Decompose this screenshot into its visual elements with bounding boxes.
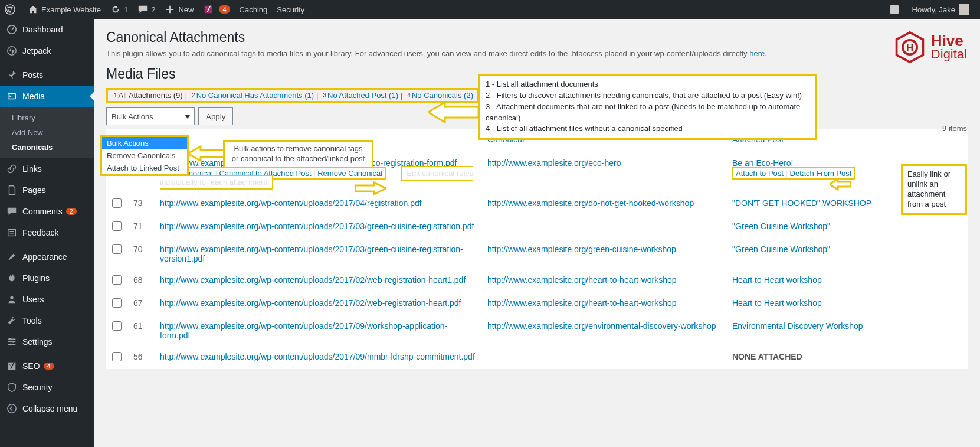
bulk-actions-select[interactable]: Bulk Actions [106,107,195,125]
row-canonical-link[interactable]: http://www.examplesite.org/eco-hero [487,158,621,168]
sidebar-item-tools[interactable]: Tools [0,310,94,331]
row-url-link[interactable]: http://www.examplesite.org/wp-content/up… [160,321,447,340]
sidebar-item-pages[interactable]: Pages [0,180,94,201]
sliders-icon [6,336,18,348]
bulk-opt-bulk[interactable]: Bulk Actions [102,137,187,149]
legend-line-2: 2 - Filters to discover attachments need… [486,90,809,102]
sidebar-subitem-addnew[interactable]: Add New [7,125,94,140]
row-canonical-cell: http://www.examplesite.org/heart-to-hear… [481,269,726,292]
row-attached-link[interactable]: "Green Cuisine Workshop" [732,221,830,231]
sidebar-item-settings[interactable]: Settings [0,331,94,353]
bulk-opt-attach[interactable]: Attach to Linked Post [102,162,187,174]
row-checkbox[interactable] [112,352,122,361]
row-url-link[interactable]: http://www.examplesite.org/wp-content/up… [160,244,463,263]
svg-point-9 [8,404,16,413]
arrow-attachnote [830,177,851,191]
row-checkbox[interactable] [112,244,122,254]
svg-marker-10 [428,102,478,122]
page-icon [6,184,18,196]
bulk-dropdown-open: Bulk Actions Remove Canonicals Attach to… [100,135,189,176]
arrow-rowactions [355,180,386,197]
row-checkbox[interactable] [112,275,122,285]
sidebar-item-jetpack[interactable]: Jetpack [0,40,94,61]
caching-link[interactable]: Caching [235,0,273,19]
refresh-icon [110,4,121,15]
row-attached-link[interactable]: Environmental Discovery Workshop [732,321,863,331]
row-checkbox[interactable] [112,221,122,231]
intro-text: This plugin allows you to add canonical … [106,49,968,58]
account-link[interactable]: Howdy, Jake [907,0,974,19]
sidebar-item-media[interactable]: Media [0,86,94,107]
yoast-item[interactable]: 4 [198,0,234,19]
action-detach-from-post[interactable]: Detach From Post [790,169,852,178]
sidebar-item-dashboard[interactable]: Dashboard [0,19,94,40]
svg-marker-11 [188,146,225,161]
user-icon [6,293,18,305]
row-url-link[interactable]: http://www.examplesite.org/wp-content/up… [160,298,461,308]
row-url-link[interactable]: http://www.examplesite.org/wp-content/up… [160,198,422,208]
row-canonical-link[interactable]: http://www.examplesite.org/environmental… [487,321,716,331]
sidebar-item-feedback[interactable]: Feedback [0,222,94,243]
site-link[interactable]: Example Website [23,0,106,19]
row-checkbox[interactable] [112,298,122,308]
apply-button[interactable]: Apply [198,107,233,125]
sidebar-subitem-canonicals[interactable]: Canonicals [7,140,94,155]
brush-icon [6,251,18,263]
sidebar-item-posts[interactable]: Posts [0,64,94,86]
row-attached-link[interactable]: "Green Cuisine Workshop" [732,244,830,254]
sidebar-item-links[interactable]: Links [0,158,94,180]
security-link[interactable]: Security [272,0,309,19]
table-row: 68http://www.examplesite.org/wp-content/… [106,269,968,292]
row-attached-link[interactable]: Be an Eco-Hero! [732,158,794,168]
sidebar-subitem-library[interactable]: Library [7,110,94,125]
intro-here-link[interactable]: here [749,49,765,58]
new-label: New [178,5,194,14]
page-title: Canonical Attachments [106,30,968,45]
action-attach-to-post[interactable]: Attach to Post [736,169,784,178]
filter-noattpost[interactable]: No Attached Post (1) [327,91,398,100]
row-checkbox[interactable] [112,198,122,208]
row-canonical-cell: http://www.examplesite.org/green-cuisine… [481,239,726,269]
row-url-link[interactable]: http://www.examplesite.org/wp-content/up… [160,352,475,361]
sidebar-item-comments[interactable]: Comments2 [0,201,94,222]
sidebar-item-users[interactable]: Users [0,289,94,310]
notification-square[interactable] [887,0,907,19]
sidebar-item-collapse[interactable]: Collapse menu [0,398,94,419]
seo-badge: 4 [44,363,54,370]
filter-all[interactable]: All Attachments (9) [119,91,183,100]
legend-line-1: 1 - List all attachment documents [486,79,809,90]
row-url-cell: http://www.examplesite.org/wp-content/up… [154,216,481,239]
row-url-link[interactable]: http://www.examplesite.org/wp-content/up… [160,275,466,285]
row-canonical-link[interactable]: http://www.examplesite.org/heart-to-hear… [487,275,677,285]
legend-line-3: 3 - Attachment documents that are not li… [486,102,809,124]
bulk-opt-remove[interactable]: Remove Canonicals [102,149,187,162]
table-row: 73http://www.examplesite.org/wp-content/… [106,192,968,216]
sidebar-item-seo[interactable]: SEO4 [0,355,94,377]
annot-4: 4 [407,92,411,99]
row-url-cell: http://www.examplesite.org/wp-content/up… [154,192,481,216]
filter-nocan-hasattach[interactable]: No Canonical Has Attachments (1) [196,91,314,100]
filters-box: 1All Attachments (9) | 2No Canonical Has… [106,88,478,103]
annot-2: 2 [192,92,195,99]
svg-rect-3 [8,94,16,99]
row-checkbox[interactable] [112,321,122,331]
action-remove-canonical[interactable]: Remove Canonical [317,169,382,178]
row-attached-link[interactable]: Heart to Heart workshop [732,298,822,308]
new-item[interactable]: New [160,0,198,19]
row-canonical-link[interactable]: http://www.examplesite.org/do-not-get-ho… [487,198,694,208]
row-canonical-link[interactable]: http://www.examplesite.org/heart-to-hear… [487,298,677,308]
svg-point-5 [10,296,13,299]
row-url-cell: http://www.examplesite.org/wp-content/up… [154,292,481,315]
comments-item[interactable]: 2 [133,0,160,19]
site-name: Example Website [41,5,101,14]
row-canonical-link[interactable]: http://www.examplesite.org/green-cuisine… [487,244,676,254]
sidebar-item-plugins[interactable]: Plugins [0,267,94,289]
comments-icon [6,205,18,217]
wp-logo[interactable] [0,0,23,19]
row-attached-link[interactable]: Heart to Heart workshop [732,275,822,285]
row-attached-link[interactable]: "DON'T GET HOOKED" WORKSHOP [732,198,871,208]
row-url-link[interactable]: http://www.examplesite.org/wp-content/up… [160,221,474,231]
sidebar-item-security[interactable]: Security [0,377,94,398]
refresh-item[interactable]: 1 [106,0,133,19]
sidebar-item-appearance[interactable]: Appearance [0,246,94,267]
